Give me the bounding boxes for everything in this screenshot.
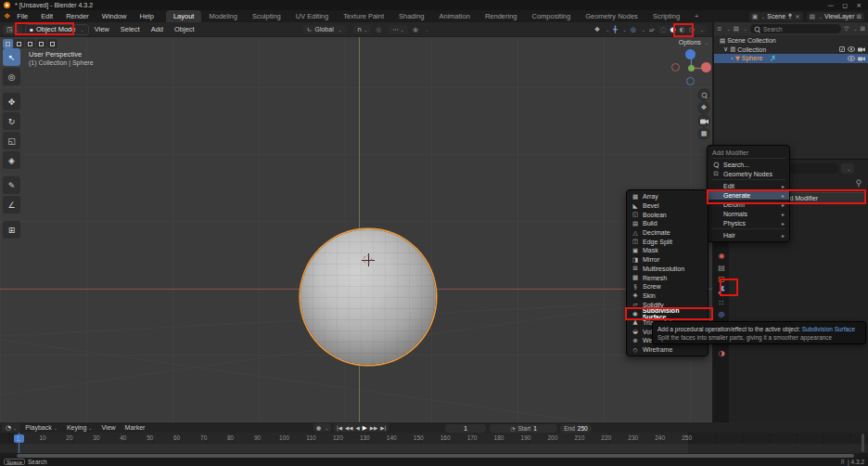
blender-menu-icon[interactable]: ❖: [4, 12, 10, 20]
timeline-vertical-scrollbar[interactable]: [862, 434, 864, 452]
menu-item-normals[interactable]: Normals▸: [708, 209, 789, 218]
menu-window[interactable]: Window: [96, 12, 134, 20]
timeline-track[interactable]: [0, 444, 868, 453]
annotate-tool[interactable]: ✎: [3, 176, 20, 194]
gizmos-toggle-icon[interactable]: ╋: [613, 26, 617, 33]
jump-to-end-button[interactable]: ▶|: [380, 425, 386, 431]
outliner-search-input[interactable]: Search: [750, 24, 841, 33]
viewport-menu-select[interactable]: Select: [115, 25, 146, 33]
select-mode-intersect[interactable]: [47, 39, 57, 48]
xray-toggle-icon[interactable]: ▱: [649, 26, 654, 33]
eye-icon[interactable]: [848, 46, 855, 52]
tab-texture-paint[interactable]: Texture Paint: [336, 10, 391, 22]
add-cube-tool[interactable]: ⊞: [3, 221, 20, 239]
snap-dropdown[interactable]: ∩ ⌄: [353, 25, 371, 34]
scrollbar-thumb[interactable]: [17, 454, 854, 458]
menu-item-physics[interactable]: Physics▸: [708, 218, 789, 227]
modifier-item-bevel[interactable]: ◣Bevel: [627, 201, 708, 211]
viewport-menu-add[interactable]: Add: [146, 25, 169, 33]
modifier-item-edge-split[interactable]: ◫Edge Split: [627, 237, 708, 246]
play-button[interactable]: ▶: [363, 424, 367, 432]
camera-icon[interactable]: [858, 46, 865, 52]
outliner-row-sphere[interactable]: ›▼Sphere: [714, 54, 868, 63]
tab-material[interactable]: ◑: [716, 347, 727, 358]
tab-render[interactable]: ◉: [716, 250, 727, 261]
modifier-item-boolean[interactable]: ◱Boolean: [627, 210, 708, 219]
wireframe-shading-icon[interactable]: ◌: [660, 26, 666, 33]
modifier-item-build[interactable]: ▤Build: [627, 219, 708, 228]
pan-hand-button[interactable]: ✥: [697, 101, 710, 114]
rotate-tool[interactable]: ↻: [3, 112, 20, 130]
pin-icon[interactable]: [787, 13, 793, 19]
play-reverse-button[interactable]: ◀: [356, 425, 360, 431]
menu-item-edit[interactable]: Edit▸: [708, 181, 789, 190]
modifier-item-subdivision-surface[interactable]: ◉Subdivision Surface: [627, 309, 708, 318]
tab-scripting[interactable]: Scripting: [645, 10, 687, 22]
unlink-icon[interactable]: ×: [795, 13, 799, 20]
modifier-item-array[interactable]: ▦Array: [627, 192, 708, 201]
material-shading-icon[interactable]: ◐: [680, 26, 685, 33]
outliner-row-collection[interactable]: ∨▥Collection✓: [714, 45, 868, 55]
orientation-dropdown[interactable]: ∟ Global ⌄: [303, 25, 346, 34]
outliner-row-scene-collection[interactable]: ▤Scene Collection: [714, 36, 868, 45]
camera-icon[interactable]: [858, 56, 865, 61]
camera-view-button[interactable]: [697, 114, 710, 127]
tab-sculpting[interactable]: Sculpting: [245, 10, 288, 22]
timeline-menu-marker[interactable]: Marker: [121, 424, 150, 431]
maximize-button[interactable]: ◻: [842, 2, 848, 9]
tab-object[interactable]: ▢: [716, 273, 727, 284]
tab-modifiers[interactable]: [716, 284, 727, 295]
object-mode-dropdown[interactable]: ▪ Object Mode ⌄: [25, 24, 89, 35]
viewport-menu-view[interactable]: View: [89, 25, 115, 33]
prev-keyframe-button[interactable]: ◀◀: [345, 425, 352, 431]
frame-end-field[interactable]: End 250: [560, 424, 592, 433]
timeline-ruler[interactable]: 1 10203040506070809010011012013014015016…: [0, 433, 868, 444]
display-mode-icon[interactable]: ≡: [717, 25, 721, 32]
select-mode-set[interactable]: [3, 39, 13, 48]
tab-output[interactable]: ▤: [716, 262, 727, 273]
viewport-menu-object[interactable]: Object: [169, 25, 200, 33]
gizmo-x-axis[interactable]: [701, 62, 711, 72]
menu-file[interactable]: File: [10, 12, 34, 20]
select-mode-extend[interactable]: [14, 39, 24, 48]
rendered-shading-icon[interactable]: ◑: [689, 26, 695, 33]
modifier-item-wireframe[interactable]: ◇Wireframe: [627, 345, 708, 355]
expander-icon[interactable]: ∨: [723, 45, 728, 53]
modifier-item-screw[interactable]: §Screw: [627, 282, 708, 291]
checkbox-icon[interactable]: ✓: [839, 46, 845, 52]
menu-item-hair[interactable]: Hair▸: [708, 230, 789, 239]
modifier-item-mask[interactable]: ▣Mask: [627, 246, 708, 255]
object-visibility-icon[interactable]: ❖: [594, 26, 600, 33]
tab-compositing[interactable]: Compositing: [524, 10, 578, 22]
funnel-filter-icon[interactable]: ▽: [844, 25, 849, 32]
sphere-object[interactable]: [300, 229, 436, 365]
menu-edit[interactable]: Edit: [34, 12, 59, 20]
solid-shading-icon[interactable]: ●: [670, 26, 675, 33]
menu-help[interactable]: Help: [134, 12, 160, 20]
viewlayer-selector[interactable]: ▤ ⌄ ViewLayer ⊞: [807, 12, 864, 21]
next-keyframe-button[interactable]: ▶▶: [370, 425, 377, 431]
playhead[interactable]: [19, 433, 20, 453]
select-mode-invert[interactable]: [36, 39, 46, 48]
cursor-tool[interactable]: ◎: [3, 68, 20, 85]
overlays-toggle-icon[interactable]: ◎: [631, 26, 636, 33]
menu-item-generate[interactable]: Generate▸: [708, 190, 789, 200]
gizmo-y-axis[interactable]: [688, 65, 695, 71]
falloff-icon[interactable]: ◉: [413, 26, 418, 33]
select-tool[interactable]: ↖: [3, 48, 20, 66]
menu-item-search-[interactable]: Search...: [708, 160, 789, 169]
gizmo-z-axis[interactable]: [685, 49, 696, 59]
expander-icon[interactable]: ›: [731, 55, 734, 62]
tab-physics[interactable]: ◎: [716, 308, 727, 319]
tab-particles[interactable]: ∷: [716, 297, 727, 308]
menu-item-geometry-nodes[interactable]: ⊡Geometry Nodes: [708, 169, 789, 178]
network-status-icon[interactable]: ⠿: [840, 459, 845, 466]
eye-icon[interactable]: [848, 56, 855, 61]
new-viewlayer-icon[interactable]: ⊞: [857, 13, 862, 20]
frame-start-field[interactable]: ◔ Start 1: [490, 424, 557, 433]
auto-keying-button[interactable]: ● ⌄: [313, 423, 331, 432]
zoom-button[interactable]: [697, 88, 710, 101]
modifier-item-decimate[interactable]: △Decimate: [627, 228, 708, 238]
tab-rendering[interactable]: Rendering: [478, 10, 525, 22]
timeline-menu-keying[interactable]: Keying⌄: [62, 424, 97, 431]
